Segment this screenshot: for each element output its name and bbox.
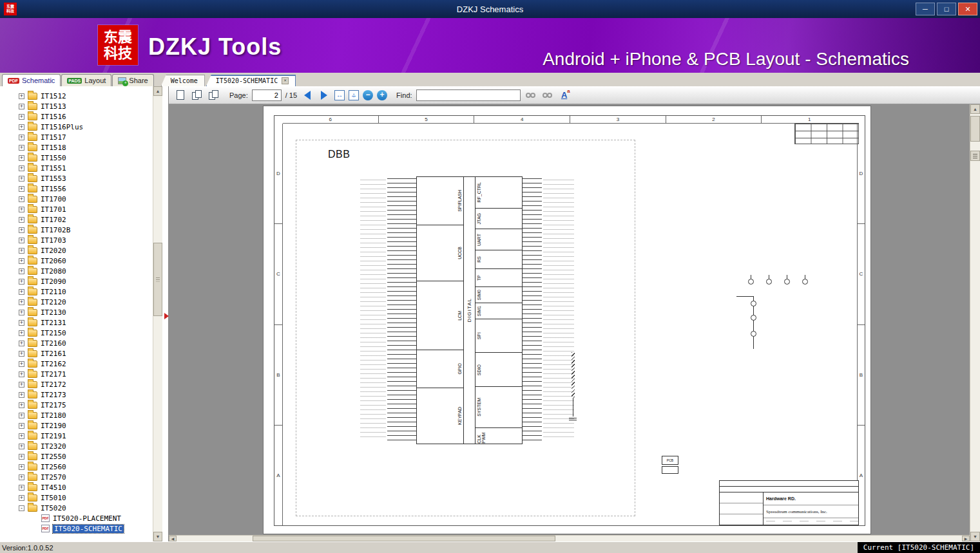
expand-toggle-icon[interactable]: + xyxy=(19,402,24,408)
expand-toggle-icon[interactable]: + xyxy=(19,104,24,109)
expand-toggle-icon[interactable]: + xyxy=(19,382,24,388)
splitter-collapse-handle[interactable] xyxy=(164,313,169,319)
tree-item[interactable]: + IT1550 xyxy=(0,153,153,163)
expand-toggle-icon[interactable]: + xyxy=(19,207,24,212)
tree-item[interactable]: + IT2161 xyxy=(0,348,153,359)
tree-item[interactable]: + IT2060 xyxy=(0,256,153,266)
tree-item[interactable]: + IT1512 xyxy=(0,91,153,101)
tree-item[interactable]: + IT1556 xyxy=(0,183,153,194)
tree-item[interactable]: + IT2150 xyxy=(0,328,153,338)
fit-page-button[interactable] xyxy=(349,90,359,100)
tab-layout[interactable]: PADS Layout xyxy=(61,74,111,86)
font-size-button[interactable] xyxy=(558,89,571,102)
expand-toggle-icon[interactable]: + xyxy=(19,289,24,295)
tree-item[interactable]: + IT1701 xyxy=(0,204,153,214)
tree-item[interactable]: + IT1700 xyxy=(0,194,153,204)
viewer-vscroll-thumb[interactable] xyxy=(970,116,980,142)
sidebar-scrollbar[interactable]: ▲ ▼ xyxy=(153,86,162,541)
find-previous-button[interactable] xyxy=(524,89,537,102)
expand-toggle-icon[interactable]: + xyxy=(19,165,24,171)
tree-item[interactable]: + IT1516Plus xyxy=(0,122,153,132)
maximize-button[interactable]: □ xyxy=(937,3,956,15)
sidebar-scroll-track[interactable] xyxy=(153,96,162,532)
expand-toggle-icon[interactable]: + xyxy=(19,454,24,460)
schematic-page[interactable]: 654321 DCBA DCBA DBB xyxy=(263,106,871,534)
expand-toggle-icon[interactable]: + xyxy=(19,227,24,233)
tree-item[interactable]: + IT5010 xyxy=(0,492,153,503)
scroll-up-icon[interactable] xyxy=(970,104,980,114)
tree-item[interactable]: + IT2550 xyxy=(0,451,153,462)
minimize-button[interactable]: ─ xyxy=(916,3,935,15)
tree-item[interactable]: + IT2171 xyxy=(0,369,153,379)
tab-share[interactable]: Share xyxy=(112,74,153,86)
single-page-view-button[interactable] xyxy=(174,89,187,102)
tree-item[interactable]: + IT2130 xyxy=(0,307,153,317)
tree-item[interactable]: + IT2560 xyxy=(0,462,153,472)
tree-item[interactable]: + IT1551 xyxy=(0,163,153,173)
scroll-left-icon[interactable] xyxy=(169,536,177,541)
continuous-view-button[interactable] xyxy=(191,89,204,102)
expand-toggle-icon[interactable]: + xyxy=(19,176,24,182)
scroll-up-icon[interactable]: ▲ xyxy=(153,86,162,96)
viewer-vertical-scrollbar[interactable] xyxy=(970,104,980,541)
tree-item[interactable]: IT5020-PLACEMENT xyxy=(0,513,153,523)
tree-item[interactable]: IT5020-SCHEMATIC xyxy=(0,523,153,534)
expand-toggle-icon[interactable]: + xyxy=(19,320,24,326)
scroll-right-icon[interactable] xyxy=(962,536,970,541)
expand-toggle-icon[interactable]: + xyxy=(19,351,24,357)
expand-toggle-icon[interactable]: + xyxy=(19,433,24,439)
tree-item[interactable]: + IT1513 xyxy=(0,101,153,111)
tree-item[interactable]: + IT2191 xyxy=(0,431,153,441)
expand-toggle-icon[interactable]: + xyxy=(19,248,24,254)
expand-toggle-icon[interactable]: + xyxy=(19,124,24,130)
expand-toggle-icon[interactable]: + xyxy=(19,114,24,120)
tree-item[interactable]: + IT2180 xyxy=(0,410,153,420)
tree-item[interactable]: + IT2162 xyxy=(0,359,153,369)
tree-item[interactable]: + IT2570 xyxy=(0,472,153,482)
expand-toggle-icon[interactable]: + xyxy=(19,186,24,192)
viewer-horizontal-scrollbar[interactable] xyxy=(169,535,970,541)
tree-item[interactable]: + IT1518 xyxy=(0,142,153,153)
tree-item[interactable]: + IT4510 xyxy=(0,482,153,492)
tree-item[interactable]: + IT1553 xyxy=(0,173,153,183)
expand-toggle-icon[interactable]: + xyxy=(19,485,24,491)
tree-item[interactable]: + IT1703 xyxy=(0,235,153,245)
expand-toggle-icon[interactable]: + xyxy=(19,361,24,367)
expand-toggle-icon[interactable]: + xyxy=(19,145,24,151)
scroll-down-icon[interactable]: ▼ xyxy=(153,532,162,541)
find-next-button[interactable] xyxy=(541,89,554,102)
expand-toggle-icon[interactable]: + xyxy=(19,268,24,274)
tree-item[interactable]: + IT2172 xyxy=(0,379,153,389)
page-list-menu-button[interactable] xyxy=(970,151,980,161)
expand-toggle-icon[interactable]: + xyxy=(19,258,24,264)
tree-item[interactable]: + IT1516 xyxy=(0,111,153,122)
expand-toggle-icon[interactable]: - xyxy=(19,505,24,511)
find-input[interactable] xyxy=(416,89,521,101)
expand-toggle-icon[interactable]: + xyxy=(19,330,24,336)
fit-width-button[interactable] xyxy=(334,90,345,100)
tree-item[interactable]: + IT2090 xyxy=(0,276,153,286)
expand-toggle-icon[interactable]: + xyxy=(19,217,24,223)
tree-item[interactable]: + IT2120 xyxy=(0,297,153,307)
expand-toggle-icon[interactable]: + xyxy=(19,299,24,305)
expand-toggle-icon[interactable]: + xyxy=(19,464,24,470)
tab-schematic[interactable]: PDF Schematic xyxy=(2,74,61,86)
facing-pages-view-button[interactable] xyxy=(207,89,220,102)
previous-page-button[interactable] xyxy=(301,89,314,102)
expand-toggle-icon[interactable]: + xyxy=(19,238,24,243)
scroll-down-icon[interactable] xyxy=(970,532,980,541)
tree-item[interactable]: + IT1702 xyxy=(0,214,153,225)
expand-toggle-icon[interactable]: + xyxy=(19,423,24,429)
doc-tab-welcome[interactable]: Welcome xyxy=(161,75,205,86)
tree-item[interactable]: + IT2173 xyxy=(0,389,153,400)
next-page-button[interactable] xyxy=(318,89,331,102)
tree-item[interactable]: + IT2175 xyxy=(0,400,153,410)
expand-toggle-icon[interactable]: + xyxy=(19,444,24,449)
expand-toggle-icon[interactable]: + xyxy=(19,495,24,501)
tree-item[interactable]: + IT2020 xyxy=(0,245,153,256)
viewer-hscroll-thumb[interactable] xyxy=(253,536,555,541)
expand-toggle-icon[interactable]: + xyxy=(19,474,24,480)
tree-item[interactable]: + IT2160 xyxy=(0,338,153,348)
doc-tab-it5020-schematic[interactable]: IT5020-SCHEMATIC xyxy=(206,75,296,86)
tree-item[interactable]: + IT2131 xyxy=(0,317,153,328)
